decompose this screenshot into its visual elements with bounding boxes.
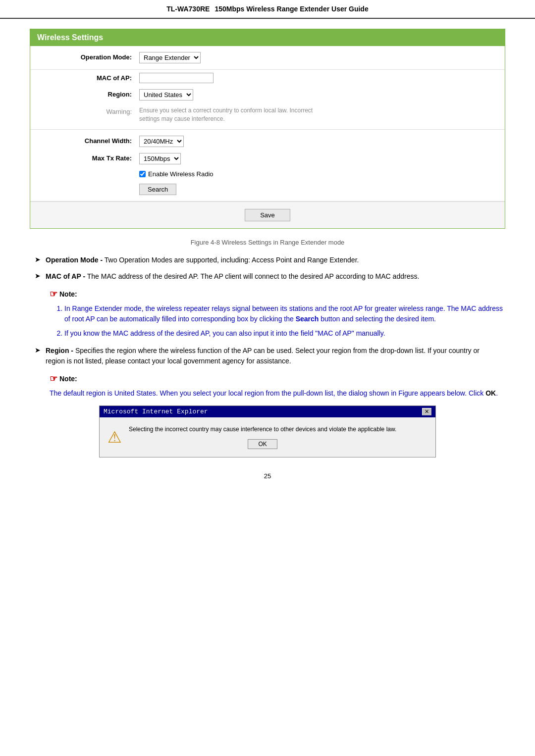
wireless-settings-panel: Wireless Settings Operation Mode: Range … bbox=[30, 29, 505, 229]
dialog-warning-icon: ⚠ bbox=[107, 428, 122, 447]
note-icon-1: ☞ bbox=[50, 289, 57, 300]
bullet-operation-mode-text: Operation Mode - Two Operation Modes are… bbox=[46, 255, 359, 265]
save-row: Save bbox=[30, 202, 505, 228]
panel-title: Wireless Settings bbox=[37, 33, 103, 42]
max-tx-rate-label: Max Tx Rate: bbox=[40, 153, 139, 162]
channel-width-label: Channel Width: bbox=[40, 136, 139, 145]
bullet-region-bold: Region - bbox=[46, 347, 73, 354]
note-section-1: ☞ Note: In Range Extender mode, the wire… bbox=[50, 289, 505, 339]
bullet-mac-bold: MAC of AP - bbox=[46, 272, 85, 280]
bullet-mac-rest: The MAC address of the desired AP. The A… bbox=[85, 272, 419, 280]
mac-input[interactable] bbox=[139, 73, 214, 83]
bullet-arrow-2: ➤ bbox=[35, 272, 41, 280]
channel-block: Channel Width: 20/40MHz 20MHz Max Tx Rat… bbox=[30, 130, 505, 202]
page-number: 25 bbox=[30, 472, 505, 480]
enable-wireless-checkbox[interactable] bbox=[139, 171, 146, 177]
bullet-operation-mode-bold: Operation Mode - bbox=[46, 256, 103, 264]
bullet-region: ➤ Region - Specifies the region where th… bbox=[30, 346, 505, 366]
dialog-titlebar: Microsoft Internet Explorer ✕ bbox=[100, 406, 435, 417]
note-text-2: The default region is United States. Whe… bbox=[50, 388, 505, 399]
operation-mode-control: Range Extender Access Point bbox=[139, 52, 201, 63]
region-select[interactable]: United States Other bbox=[139, 89, 193, 101]
dialog-body: ⚠ Selecting the incorrect country may ca… bbox=[100, 417, 435, 457]
mac-row: MAC of AP: bbox=[30, 70, 505, 86]
header-title: 150Mbps Wireless Range Extender User Gui… bbox=[214, 5, 368, 13]
search-bold: Search bbox=[296, 315, 319, 323]
operation-mode-row: Operation Mode: Range Extender Access Po… bbox=[30, 46, 505, 70]
note-icon-2: ☞ bbox=[50, 373, 57, 384]
note-list-1: In Range Extender mode, the wireless rep… bbox=[50, 303, 505, 339]
dialog-box: Microsoft Internet Explorer ✕ ⚠ Selectin… bbox=[99, 405, 436, 458]
mac-label: MAC of AP: bbox=[40, 73, 139, 82]
bullet-mac: ➤ MAC of AP - The MAC address of the des… bbox=[30, 271, 505, 282]
region-label: Region: bbox=[40, 89, 139, 98]
bullet-region-text: Region - Specifies the region where the … bbox=[46, 346, 500, 366]
panel-header: Wireless Settings bbox=[30, 29, 505, 46]
dialog-title: Microsoft Internet Explorer bbox=[104, 408, 208, 415]
mac-region-block: MAC of AP: Region: United States Other W… bbox=[30, 70, 505, 130]
dialog-message: Selecting the incorrect country may caus… bbox=[129, 425, 396, 434]
enable-wireless-row: Enable Wireless Radio bbox=[30, 167, 505, 181]
figure-caption: Figure 4-8 Wireless Settings in Range Ex… bbox=[30, 239, 505, 246]
bullet-region-rest: Specifies the region where the wireless … bbox=[46, 347, 480, 365]
save-button[interactable]: Save bbox=[245, 209, 290, 221]
page-header: TL-WA730RE 150Mbps Wireless Range Extend… bbox=[0, 0, 535, 19]
note-item-2: If you know the MAC address of the desir… bbox=[64, 328, 505, 339]
note-ok-bold: OK bbox=[485, 389, 496, 397]
dialog-close-button[interactable]: ✕ bbox=[422, 408, 431, 415]
warning-row: Warning: Ensure you select a correct cou… bbox=[30, 103, 505, 129]
note-label-2: Note: bbox=[59, 375, 77, 383]
operation-mode-label: Operation Mode: bbox=[40, 52, 139, 61]
bullet-arrow-3: ➤ bbox=[35, 346, 41, 354]
note-header-1: ☞ Note: bbox=[50, 289, 505, 300]
dialog-ok-row: OK bbox=[129, 439, 396, 449]
header-model: TL-WA730RE bbox=[166, 5, 210, 13]
panel-body: Operation Mode: Range Extender Access Po… bbox=[30, 46, 505, 228]
enable-wireless-control: Enable Wireless Radio bbox=[139, 170, 214, 178]
search-row: Search bbox=[30, 181, 505, 201]
warning-text: Ensure you select a correct country to c… bbox=[139, 106, 327, 123]
bullet-operation-mode: ➤ Operation Mode - Two Operation Modes a… bbox=[30, 255, 505, 265]
search-button[interactable]: Search bbox=[139, 184, 176, 195]
channel-width-select[interactable]: 20/40MHz 20MHz bbox=[139, 136, 184, 147]
bullet-mac-text: MAC of AP - The MAC address of the desir… bbox=[46, 271, 419, 282]
warning-label: Warning: bbox=[40, 106, 139, 115]
region-row: Region: United States Other bbox=[30, 86, 505, 103]
bullet-arrow-1: ➤ bbox=[35, 255, 41, 263]
channel-width-row: Channel Width: 20/40MHz 20MHz bbox=[30, 130, 505, 150]
note-item-1: In Range Extender mode, the wireless rep… bbox=[64, 303, 505, 324]
max-tx-rate-row: Max Tx Rate: 150Mbps 108Mbps 54Mbps bbox=[30, 150, 505, 167]
note-section-2: ☞ Note: The default region is United Sta… bbox=[50, 373, 505, 399]
enable-wireless-label: Enable Wireless Radio bbox=[148, 170, 214, 178]
operation-mode-select[interactable]: Range Extender Access Point bbox=[139, 52, 201, 63]
note-label-1: Note: bbox=[59, 290, 77, 298]
dialog-ok-button[interactable]: OK bbox=[248, 439, 277, 449]
bullet-operation-mode-rest: Two Operation Modes are supported, inclu… bbox=[103, 256, 359, 264]
max-tx-rate-select[interactable]: 150Mbps 108Mbps 54Mbps bbox=[139, 153, 181, 164]
note-header-2: ☞ Note: bbox=[50, 373, 505, 384]
